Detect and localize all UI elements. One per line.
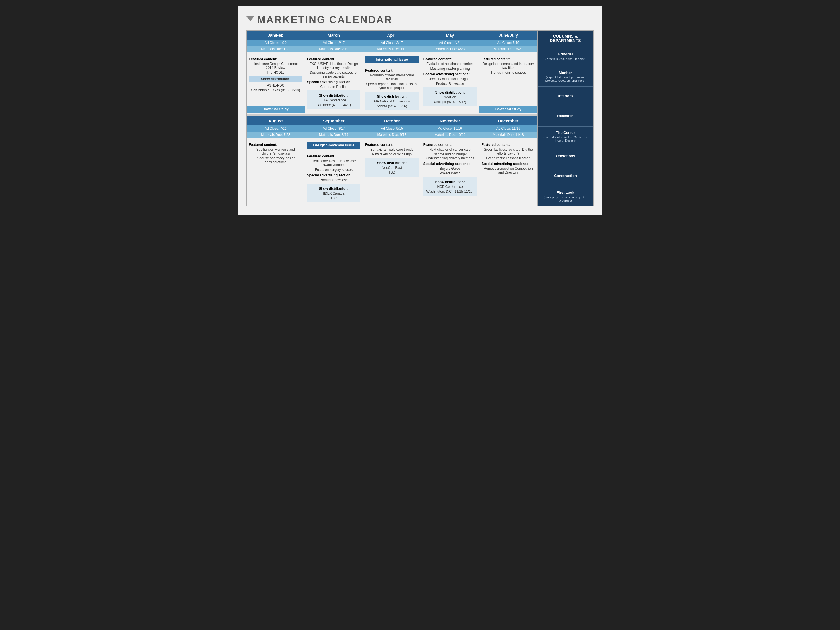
- april-header: April: [363, 30, 421, 40]
- title-line: [395, 22, 594, 22]
- may-special-1: Directory of Interior Designers: [423, 77, 477, 81]
- april-feat-1: Roundup of new international facilities: [365, 73, 418, 81]
- jan-feb-feat-2: The HCD10: [249, 71, 302, 74]
- december-special-1: Remodel/renovation Competition and Direc…: [481, 167, 535, 174]
- may-special-label: Special advertising sections:: [423, 72, 477, 76]
- may-feat-2: Mastering master planning: [423, 66, 477, 71]
- dept-construction: Construction: [538, 166, 593, 186]
- october-show-2: TBD: [367, 171, 416, 174]
- april-feat-2: Special report: Global hot spots for you…: [365, 82, 418, 90]
- august-header: August: [247, 116, 305, 125]
- dept-operations-title: Operations: [540, 154, 591, 158]
- dept-editorial-title: Editorial: [540, 52, 591, 56]
- november-content: Featured content: Next chapter of cancer…: [421, 139, 479, 206]
- jan-feb-header: Jan/Feb: [247, 30, 305, 40]
- jan-feb-materials: Materials Due: 1/22: [247, 46, 305, 52]
- august-materials: Materials Due: 7/23: [247, 132, 305, 138]
- dept-operations: Operations: [538, 146, 593, 166]
- may-special-2: Product Showcase: [423, 82, 477, 86]
- col-jan-feb: Jan/Feb Ad Close: 1/20 Materials Due: 1/…: [247, 30, 305, 114]
- april-ad-close: Ad Close: 3/17: [363, 40, 421, 46]
- march-featured-label: Featured content:: [307, 57, 361, 61]
- september-design-showcase: Design Showcase Issue: [307, 142, 361, 149]
- october-ad-close: Ad Close: 9/15: [363, 125, 421, 132]
- december-materials: Materials Due: 11/18: [479, 132, 537, 138]
- october-materials: Materials Due: 9/17: [363, 132, 421, 138]
- june-july-header: June/July: [479, 30, 537, 40]
- august-feat-2: In-house pharmacy design considerations: [249, 156, 302, 164]
- departments-header: COLUMNS &DEPARTMENTS: [538, 30, 593, 46]
- november-feat-2: On time and on budget: Understanding del…: [423, 152, 477, 160]
- dept-monitor-title: Monitor: [540, 71, 591, 75]
- may-show-2: Chicago (6/15 – 6/17): [426, 100, 475, 104]
- departments-column: COLUMNS &DEPARTMENTS Editorial (Kristin …: [537, 30, 593, 206]
- dept-monitor-sub: (a quick-hit roundup of news, projects, …: [540, 76, 591, 82]
- dept-the-center-title: The Center: [540, 131, 591, 135]
- march-feat-1: EXCLUSIVE: Healthcare Design industry su…: [307, 62, 361, 70]
- col-november: November Ad Close: 10/16 Materials Due: …: [421, 116, 479, 206]
- april-show-dist: Show distribution: AIA National Conventi…: [365, 92, 418, 111]
- june-july-content: Featured content: Designing research and…: [479, 54, 537, 105]
- col-october: October Ad Close: 9/15 Materials Due: 9/…: [363, 116, 421, 206]
- dept-first-look-sub: (back page focus on a project in progres…: [540, 196, 591, 202]
- april-featured-label: Featured content:: [365, 69, 418, 73]
- august-feat-1: Spotlight on women's and children's hosp…: [249, 148, 302, 155]
- october-show-label: Show distribution:: [367, 161, 416, 165]
- march-show-dist: Show distribution: EFA Conference Baltim…: [307, 90, 361, 109]
- march-header: March: [305, 30, 363, 40]
- dept-first-look-title: First Look: [540, 190, 591, 194]
- december-content: Featured content: Green facilities, revi…: [479, 139, 537, 206]
- jan-feb-ad-close: Ad Close: 1/20: [247, 40, 305, 46]
- june-july-feat-1: Designing research and laboratory facili…: [481, 62, 535, 70]
- september-special-label: Special advertising section:: [307, 173, 361, 177]
- december-ad-close: Ad Close: 11/16: [479, 125, 537, 132]
- october-featured-label: Featured content:: [365, 143, 418, 147]
- december-feat-1: Green facilities, revisited: Did the eff…: [481, 148, 535, 155]
- october-feat-2: New takes on clinic design: [365, 152, 418, 156]
- jan-feb-feat-1: Healthcare Design Conference 2014 Review: [249, 62, 302, 70]
- dept-editorial-sub: (Kristin D Zeit, editor-in-chief): [540, 57, 591, 60]
- september-ad-close: Ad Close: 8/17: [305, 125, 363, 132]
- december-feat-2: Green roofs: Lessons learned: [481, 156, 535, 160]
- title-arrow-icon: [246, 16, 254, 21]
- may-show-dist: Show distribution: NeoCon Chicago (6/15 …: [423, 87, 477, 106]
- september-header: September: [305, 116, 363, 125]
- august-content: Featured content: Spotlight on women's a…: [247, 139, 305, 206]
- col-may: May Ad Close: 4/21 Materials Due: 4/23 F…: [421, 30, 479, 114]
- september-show-dist: Show distribution: IIDEX Canada TBD: [307, 184, 361, 202]
- title-area: MARKETING CALENDAR: [246, 14, 594, 26]
- dept-research-title: Research: [540, 114, 591, 118]
- october-content: Featured content: Behavioral healthcare …: [363, 139, 421, 206]
- dept-editorial: Editorial (Kristin D Zeit, editor-in-chi…: [538, 46, 593, 66]
- april-show-2: Atlanta (5/14 – 5/16): [367, 104, 416, 108]
- september-materials: Materials Due: 8/19: [305, 132, 363, 138]
- september-feat-1: Healthcare Design Showcase award winners: [307, 159, 361, 167]
- months-area: Jan/Feb Ad Close: 1/20 Materials Due: 1/…: [247, 30, 537, 206]
- september-show-1: IIDEX Canada: [309, 191, 358, 196]
- april-materials: Materials Due: 3/19: [363, 46, 421, 52]
- october-feat-1: Behavioral healthcare trends: [365, 148, 418, 152]
- jan-feb-show-2: San Antonio, Texas (3/15 – 3/18): [249, 88, 302, 92]
- november-show-dist: Show distribution: HCD Conference Washin…: [423, 177, 477, 196]
- november-materials: Materials Due: 10/20: [421, 132, 479, 138]
- may-show-label: Show distribution:: [426, 90, 475, 94]
- march-feat-2: Designing acute care spaces for senior p…: [307, 71, 361, 78]
- jan-feb-show-dist-header: Show distribution:: [249, 76, 302, 82]
- june-july-materials: Materials Due: 5/21: [479, 46, 537, 52]
- jan-feb-featured-label: Featured content:: [249, 57, 302, 61]
- jan-feb-show-1: ASHE-PDC: [249, 84, 302, 87]
- col-march: March Ad Close: 2/17 Materials Due: 2/19…: [305, 30, 363, 114]
- june-july-feat-2: Trends in dining spaces: [481, 71, 535, 74]
- november-featured-label: Featured content:: [423, 143, 477, 147]
- jan-feb-baxter: Baxter Ad Study: [247, 106, 305, 112]
- jan-feb-content: Featured content: Healthcare Design Conf…: [247, 54, 305, 105]
- top-row: Jan/Feb Ad Close: 1/20 Materials Due: 1/…: [247, 30, 537, 114]
- col-june-july: June/July Ad Close: 5/19 Materials Due: …: [479, 30, 537, 114]
- col-december: December Ad Close: 11/16 Materials Due: …: [479, 116, 537, 206]
- may-featured-label: Featured content:: [423, 57, 477, 61]
- march-content: Featured content: EXCLUSIVE: Healthcare …: [305, 54, 363, 114]
- november-ad-close: Ad Close: 10/16: [421, 125, 479, 132]
- october-header: October: [363, 116, 421, 125]
- bottom-row: August Ad Close: 7/21 Materials Due: 7/2…: [247, 116, 537, 206]
- august-ad-close: Ad Close: 7/21: [247, 125, 305, 132]
